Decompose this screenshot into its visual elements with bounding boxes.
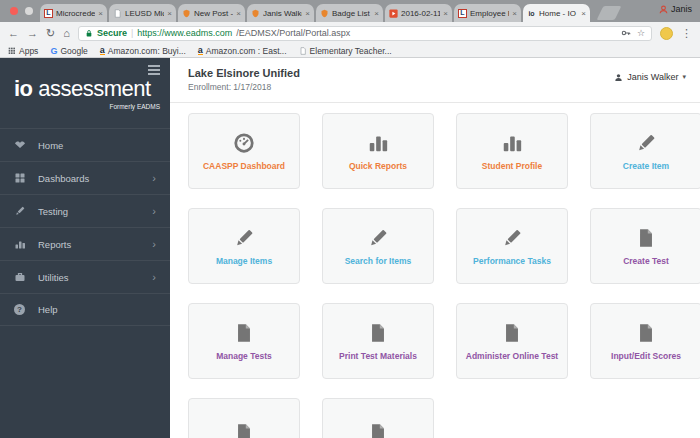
sidebar-item-help[interactable]: ? Help xyxy=(0,293,170,326)
card-search-for-items[interactable]: Search for Items xyxy=(322,208,434,284)
secure-label[interactable]: Secure xyxy=(97,28,127,38)
card-partially-visible-1[interactable] xyxy=(188,398,300,438)
bookmark-google[interactable]: G Google xyxy=(50,46,87,56)
livebinders-favicon: L xyxy=(458,9,467,18)
bookmark-apps[interactable]: Apps xyxy=(8,46,38,56)
card-administer-online-test[interactable]: Administer Online Test xyxy=(456,303,568,379)
card-label: Manage Tests xyxy=(214,351,274,361)
address-bar[interactable]: Secure | https://www.eadms.com /EADMSX/P… xyxy=(78,26,652,41)
person-icon xyxy=(614,73,623,82)
tab-badge-list[interactable]: Badge List × xyxy=(316,4,383,22)
tab-microcredentials[interactable]: L Microcredenti × xyxy=(40,4,107,22)
card-partially-visible-2[interactable] xyxy=(322,398,434,438)
tab-title: 2016-02-11_1 xyxy=(401,9,440,18)
browser-profile-chip[interactable]: Janis xyxy=(659,4,692,14)
tab-title: Employee Res xyxy=(470,9,509,18)
tab-close-icon[interactable]: × xyxy=(512,9,517,18)
card-label: Input/Edit Scores xyxy=(609,351,683,361)
card-create-item[interactable]: Create Item xyxy=(590,113,700,189)
livebinders-favicon: L xyxy=(44,9,53,18)
chevron-right-icon: › xyxy=(152,238,156,250)
tab-title: Janis Walker - xyxy=(263,9,302,18)
user-menu[interactable]: Janis Walker ▾ xyxy=(614,72,686,82)
tab-close-icon[interactable]: × xyxy=(98,9,103,18)
tab-home-io[interactable]: io Home - IO Ed × xyxy=(523,4,590,22)
document-icon xyxy=(501,322,523,344)
amazon-favicon: a xyxy=(100,46,105,55)
tab-close-icon[interactable]: × xyxy=(236,9,241,18)
card-performance-tasks[interactable]: Performance Tasks xyxy=(456,208,568,284)
district-name: Lake Elsinore Unified xyxy=(188,67,300,79)
chevron-right-icon: › xyxy=(152,205,156,217)
password-key-icon[interactable] xyxy=(621,28,631,38)
badge-shield-favicon xyxy=(182,9,191,18)
logo-tagline: Formerly EADMS xyxy=(14,103,160,110)
sidebar-item-label: Dashboards xyxy=(38,173,89,184)
tab-janis-walker[interactable]: Janis Walker - × xyxy=(247,4,314,22)
card-input-edit-scores[interactable]: Input/Edit Scores xyxy=(590,303,700,379)
new-tab-button[interactable] xyxy=(597,6,622,20)
card-create-test[interactable]: Create Test xyxy=(590,208,700,284)
browser-window: L Microcredenti × LEUSD Micro × New Post… xyxy=(0,0,700,438)
tab-new-post[interactable]: New Post - EA × xyxy=(178,4,245,22)
bookmark-elementary-teacher[interactable]: Elementary Teacher... xyxy=(299,46,392,56)
sidebar-item-testing[interactable]: Testing › xyxy=(0,194,170,227)
card-manage-tests[interactable]: Manage Tests xyxy=(188,303,300,379)
sidebar-item-home[interactable]: Home xyxy=(0,128,170,161)
tab-close-icon[interactable]: × xyxy=(581,9,586,18)
forward-icon[interactable]: → xyxy=(27,28,38,39)
sidebar-item-label: Testing xyxy=(38,206,68,217)
sidebar-item-dashboards[interactable]: Dashboards › xyxy=(0,161,170,194)
sidebar: io assessment Formerly EADMS Home Dashbo… xyxy=(0,58,170,438)
bookmark-label: Amazon.com: Buyi... xyxy=(108,46,186,56)
profile-name: Janis xyxy=(671,4,692,14)
sidebar-item-utilities[interactable]: Utilities › xyxy=(0,260,170,293)
tab-video-file[interactable]: 2016-02-11_1 × xyxy=(385,4,452,22)
bookmark-amazon-2[interactable]: a Amazon.com : East... xyxy=(198,46,287,56)
home-icon[interactable]: ⌂ xyxy=(63,28,70,39)
tab-close-icon[interactable]: × xyxy=(305,9,310,18)
sidebar-item-label: Help xyxy=(38,304,58,315)
tab-employee-res[interactable]: L Employee Res × xyxy=(454,4,521,22)
card-quick-reports[interactable]: Quick Reports xyxy=(322,113,434,189)
tab-close-icon[interactable]: × xyxy=(443,9,448,18)
card-print-test-materials[interactable]: Print Test Materials xyxy=(322,303,434,379)
card-label: Search for Items xyxy=(343,256,414,266)
tab-close-icon[interactable]: × xyxy=(374,9,379,18)
tab-leusd-micro[interactable]: LEUSD Micro × xyxy=(109,4,176,22)
account-avatar[interactable] xyxy=(660,27,673,40)
tab-title: Microcredenti xyxy=(56,9,95,18)
logo-assessment-text: assessment xyxy=(33,76,151,101)
io-favicon: io xyxy=(527,9,536,18)
document-icon xyxy=(233,422,255,438)
back-icon[interactable]: ← xyxy=(8,28,19,39)
card-student-profile[interactable]: Student Profile xyxy=(456,113,568,189)
close-window-button[interactable] xyxy=(10,7,18,15)
tab-close-icon[interactable]: × xyxy=(167,9,172,18)
sidebar-item-label: Reports xyxy=(38,239,71,250)
card-manage-items[interactable]: Manage Items xyxy=(188,208,300,284)
card-caaspp-dashboard[interactable]: CAASPP Dashboard xyxy=(188,113,300,189)
pencil-icon xyxy=(14,205,27,217)
chevron-right-icon: › xyxy=(152,172,156,184)
bookmark-label: Google xyxy=(60,46,87,56)
card-label: Create Test xyxy=(621,256,671,266)
portal-page: io assessment Formerly EADMS Home Dashbo… xyxy=(0,58,700,438)
reload-icon[interactable]: ↻ xyxy=(46,28,55,39)
card-label: Manage Items xyxy=(214,256,274,266)
bookmark-star-icon[interactable]: ☆ xyxy=(637,28,645,38)
profile-icon xyxy=(659,5,668,14)
document-icon xyxy=(367,322,389,344)
document-icon xyxy=(367,422,389,438)
enrollment-date: Enrollment: 1/17/2018 xyxy=(188,82,271,92)
chrome-menu-icon[interactable]: ⋮ xyxy=(681,27,692,40)
browser-toolbar: ← → ↻ ⌂ Secure | https://www.eadms.com /… xyxy=(0,22,700,44)
lock-icon xyxy=(85,29,93,38)
bookmark-amazon-1[interactable]: a Amazon.com: Buyi... xyxy=(100,46,186,56)
bar-chart-icon xyxy=(501,132,523,154)
minimize-window-button[interactable] xyxy=(25,7,33,15)
sidebar-menu: Home Dashboards › Testing › xyxy=(0,128,170,326)
amazon-favicon: a xyxy=(198,46,203,55)
document-favicon xyxy=(113,9,122,18)
sidebar-item-reports[interactable]: Reports › xyxy=(0,227,170,260)
